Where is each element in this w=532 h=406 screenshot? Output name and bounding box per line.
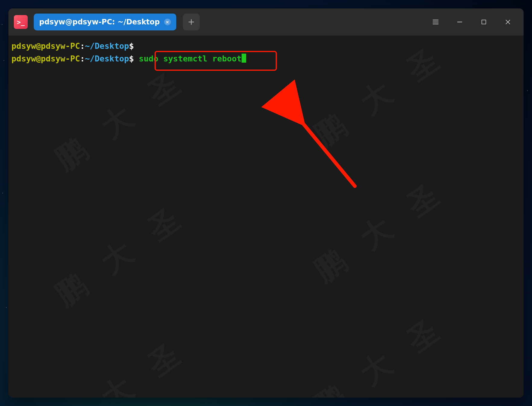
terminal-window: >_ pdsyw@pdsyw-PC: ~/Desktop ×	[8, 8, 524, 398]
prompt-path: ~/Desktop	[85, 54, 129, 63]
close-window-button[interactable]	[502, 16, 514, 28]
prompt-user-host: pdsyw@pdsyw-PC	[11, 41, 80, 51]
maximize-icon	[481, 19, 487, 25]
minimize-icon	[456, 19, 463, 25]
minimize-button[interactable]	[454, 16, 466, 28]
watermark: 鹏 大 圣	[304, 303, 455, 398]
maximize-button[interactable]	[478, 16, 490, 28]
prompt-separator: :	[80, 54, 85, 63]
prompt-symbol: $	[129, 41, 134, 51]
terminal-line: pdsyw@pdsyw-PC:~/Desktop$	[11, 40, 521, 52]
command-text: sudo systemctl reboot	[139, 54, 242, 63]
svg-rect-6	[482, 20, 486, 24]
annotation-arrow	[8, 36, 524, 397]
close-icon	[505, 19, 511, 25]
svg-line-9	[283, 99, 355, 186]
hamburger-icon	[432, 18, 440, 26]
watermark-layer: 鹏 大 圣 鹏 大 圣 鹏 大 圣 鹏 大 圣 鹏 大 圣 鹏 大 圣	[8, 36, 524, 398]
tab-close-button[interactable]: ×	[164, 19, 171, 25]
terminal-body[interactable]: 鹏 大 圣 鹏 大 圣 鹏 大 圣 鹏 大 圣 鹏 大 圣 鹏 大 圣 pdsy…	[8, 36, 524, 398]
prompt-path: ~/Desktop	[85, 41, 129, 51]
tab-title: pdsyw@pdsyw-PC: ~/Desktop	[39, 18, 160, 26]
window-controls	[430, 16, 520, 28]
new-tab-button[interactable]	[183, 14, 200, 30]
terminal-app-icon: >_	[14, 15, 28, 29]
plus-icon	[188, 18, 195, 26]
prompt-user-host: pdsyw@pdsyw-PC	[11, 54, 80, 63]
menu-button[interactable]	[430, 16, 442, 28]
watermark: 鹏 大 圣	[45, 192, 196, 317]
tab-active[interactable]: pdsyw@pdsyw-PC: ~/Desktop ×	[34, 14, 176, 30]
prompt-separator: :	[80, 41, 85, 51]
text-cursor	[242, 54, 246, 63]
terminal-line: pdsyw@pdsyw-PC:~/Desktop$ sudo systemctl…	[11, 52, 521, 65]
watermark: 鹏 大 圣	[45, 56, 196, 182]
titlebar: >_ pdsyw@pdsyw-PC: ~/Desktop ×	[8, 8, 524, 36]
watermark: 鹏 大 圣	[45, 327, 196, 398]
prompt-symbol: $	[129, 54, 134, 63]
watermark: 鹏 大 圣	[304, 168, 455, 293]
